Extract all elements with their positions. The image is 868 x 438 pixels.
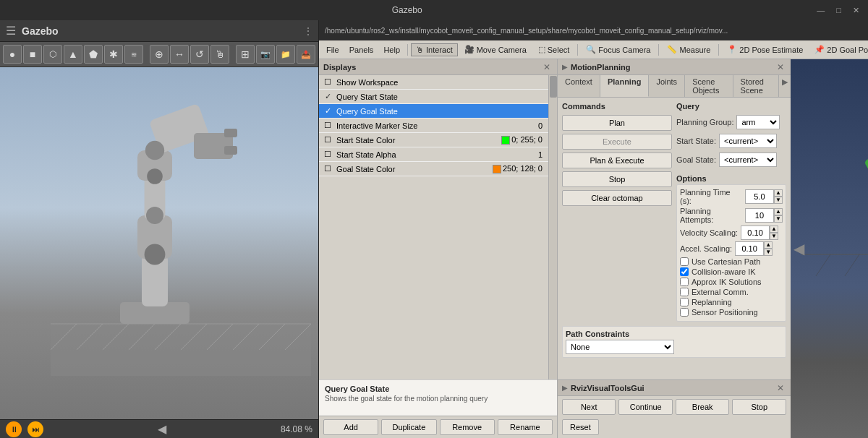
tab-context[interactable]: Context: [558, 75, 600, 97]
velocity-scaling-input[interactable]: [741, 226, 770, 240]
velocity-scaling-up[interactable]: ▲: [770, 226, 778, 233]
stop-rvt-button[interactable]: Stop: [732, 399, 786, 415]
help-menu[interactable]: Help: [379, 44, 404, 56]
display-row-workspace[interactable]: ☐ Show Workspace: [319, 75, 548, 90]
pose-estimate-tool[interactable]: 📍 2D Pose Estimate: [722, 43, 808, 56]
toolbar-sphere-btn[interactable]: ●: [3, 45, 22, 64]
tab-scene-objects[interactable]: Scene Objects: [685, 75, 733, 97]
velocity-scaling-down[interactable]: ▼: [770, 233, 778, 240]
gazebo-menu-icon[interactable]: ☰: [6, 24, 16, 38]
tab-more-btn[interactable]: ▶: [779, 75, 791, 97]
display-row-marker-size[interactable]: ☐ Interactive Marker Size 0: [319, 119, 548, 133]
toolbar-plane-btn[interactable]: ⬟: [84, 45, 103, 64]
play-pause-button[interactable]: ⏸: [6, 421, 22, 437]
remove-display-button[interactable]: Remove: [440, 419, 495, 435]
external-comm-check[interactable]: [680, 288, 689, 296]
tab-planning[interactable]: Planning: [600, 75, 649, 97]
start-state-check[interactable]: ✓: [322, 91, 333, 103]
planning-time-down[interactable]: ▼: [774, 197, 783, 204]
toolbar-translate-btn[interactable]: ⊕: [150, 45, 169, 64]
nav-left-arrow[interactable]: ◀: [158, 422, 166, 436]
external-comm-row[interactable]: External Comm.: [680, 288, 783, 296]
execute-button[interactable]: Execute: [562, 134, 672, 150]
display-row-start-color[interactable]: ☐ Start State Color 0; 255; 0: [319, 133, 548, 147]
display-row-goal-color[interactable]: ☐ Goal State Color 250; 128; 0: [319, 162, 548, 176]
mp-close-btn[interactable]: ✕: [775, 61, 786, 73]
approx-ik-row[interactable]: Approx IK Solutions: [680, 278, 783, 286]
toolbar-grid-btn[interactable]: ⊞: [236, 45, 255, 64]
toolbar-camera-btn[interactable]: 📷: [256, 45, 275, 64]
toolbar-save-btn[interactable]: 📤: [297, 45, 315, 64]
close-btn[interactable]: ✕: [850, 4, 862, 17]
clear-octomap-button[interactable]: Clear octomap: [562, 190, 672, 206]
display-row-start-alpha[interactable]: ☐ Start State Alpha 1: [319, 147, 548, 162]
planning-time-input[interactable]: [745, 189, 774, 204]
toolbar-rotate-btn[interactable]: ↔: [170, 45, 189, 64]
workspace-check[interactable]: ☐: [322, 77, 333, 88]
file-menu[interactable]: File: [322, 44, 344, 56]
interact-tool[interactable]: 🖱 Interact: [411, 43, 458, 56]
start-alpha-check[interactable]: ☐: [322, 149, 333, 160]
measure-tool[interactable]: 📏 Measure: [662, 43, 715, 56]
move-camera-tool[interactable]: 🎥 Move Camera: [459, 43, 532, 56]
reset-button[interactable]: Reset: [562, 419, 599, 435]
viewport-nav-left[interactable]: ◀: [791, 237, 807, 260]
minimize-btn[interactable]: —: [814, 4, 827, 16]
replanning-check[interactable]: [680, 298, 689, 306]
maximize-btn[interactable]: □: [833, 4, 844, 16]
accel-scaling-down[interactable]: ▼: [764, 249, 773, 256]
duplicate-display-button[interactable]: Duplicate: [381, 419, 436, 435]
collision-aware-ik-check[interactable]: [680, 267, 689, 276]
start-state-select[interactable]: <current>: [719, 134, 777, 148]
tab-joints[interactable]: Joints: [649, 75, 685, 97]
use-cartesian-path-row[interactable]: Use Cartesian Path: [680, 257, 783, 266]
sensor-positioning-check[interactable]: [680, 308, 689, 317]
plan-button[interactable]: Plan: [562, 115, 672, 131]
tab-stored-scene[interactable]: Stored Scene: [733, 75, 779, 97]
toolbar-select-btn[interactable]: 🖱: [210, 45, 229, 64]
display-row-start-state[interactable]: ✓ Query Start State: [319, 90, 548, 104]
select-tool[interactable]: ⬚ Select: [533, 43, 575, 56]
accel-scaling-up[interactable]: ▲: [764, 241, 773, 249]
toolbar-open-btn[interactable]: 📁: [276, 45, 295, 64]
toolbar-particle-btn[interactable]: ≋: [124, 45, 143, 64]
toolbar-light-btn[interactable]: ✱: [104, 45, 123, 64]
planning-attempts-input[interactable]: [745, 208, 774, 223]
approx-ik-check[interactable]: [680, 278, 689, 286]
goal-state-check[interactable]: ✓: [322, 106, 333, 117]
collision-aware-ik-row[interactable]: Collision-aware IK: [680, 267, 783, 276]
add-display-button[interactable]: Add: [323, 419, 378, 435]
toolbar-cylinder-btn[interactable]: ⬡: [43, 45, 62, 64]
goal-state-select[interactable]: <current>: [719, 153, 777, 167]
info-text: Shows the goal state for the motion plan…: [325, 395, 551, 403]
stop-button[interactable]: Stop: [562, 171, 672, 187]
replanning-row[interactable]: Replanning: [680, 298, 783, 306]
break-button[interactable]: Break: [676, 399, 729, 415]
rvt-close-btn[interactable]: ✕: [775, 382, 786, 394]
marker-size-check[interactable]: ☐: [322, 120, 333, 132]
planning-attempts-up[interactable]: ▲: [774, 208, 783, 215]
use-cartesian-path-check[interactable]: [680, 257, 689, 266]
planning-attempts-down[interactable]: ▼: [774, 215, 783, 223]
toolbar-cone-btn[interactable]: ▲: [64, 45, 82, 64]
toolbar-scale-btn[interactable]: ↺: [190, 45, 209, 64]
next-button[interactable]: Next: [562, 399, 616, 415]
rename-display-button[interactable]: Rename: [498, 419, 553, 435]
planning-group-select[interactable]: arm: [736, 115, 780, 129]
goal-color-check[interactable]: ☐: [322, 163, 333, 175]
start-color-check[interactable]: ☐: [322, 134, 333, 146]
path-constraints-select[interactable]: None: [566, 340, 674, 354]
goal-pose-tool[interactable]: 📌 2D Goal Pose: [809, 43, 868, 56]
continue-button[interactable]: Continue: [618, 399, 672, 415]
displays-panel-close[interactable]: ✕: [541, 61, 553, 73]
toolbar-box-btn[interactable]: ■: [23, 45, 42, 64]
display-row-goal-state[interactable]: ✓ Query Goal State: [319, 104, 548, 119]
fast-forward-button[interactable]: ⏭: [27, 421, 43, 437]
panels-menu[interactable]: Panels: [345, 44, 378, 56]
gazebo-kebab-icon[interactable]: ⋮: [304, 26, 312, 36]
accel-scaling-input[interactable]: [735, 241, 764, 256]
plan-execute-button[interactable]: Plan & Execute: [562, 153, 672, 168]
planning-time-up[interactable]: ▲: [774, 189, 783, 197]
focus-camera-tool[interactable]: 🔍 Focus Camera: [581, 43, 655, 56]
sensor-positioning-row[interactable]: Sensor Positioning: [680, 308, 783, 317]
